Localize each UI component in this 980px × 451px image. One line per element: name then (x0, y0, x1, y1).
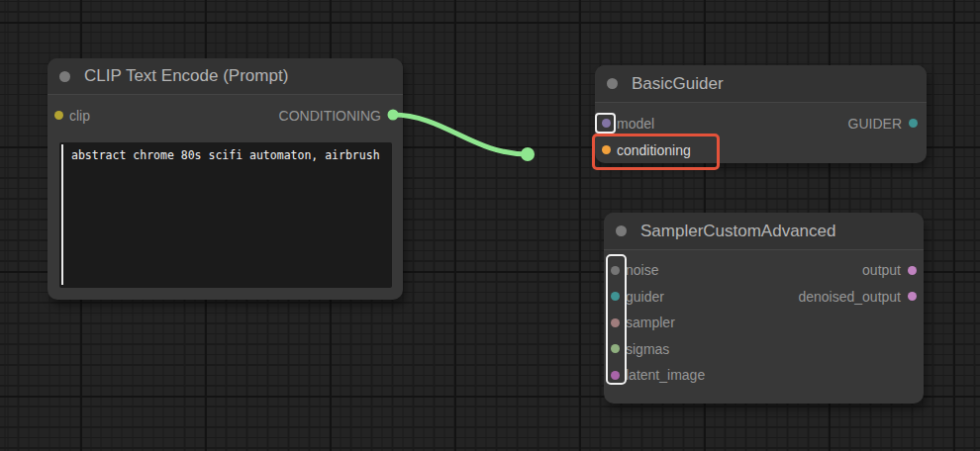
output-slot-denoised-output[interactable] (908, 292, 917, 301)
slot-row: noise output (604, 257, 924, 284)
slot-row: sigmas (604, 336, 924, 363)
input-slot-sampler[interactable] (611, 318, 620, 327)
slot-row: model GUIDER (595, 110, 927, 136)
link-drag-handle[interactable] (521, 147, 535, 161)
input-slot-guider[interactable] (611, 292, 620, 301)
input-slot-sigmas[interactable] (611, 344, 620, 353)
input-slot-label: clip (69, 108, 90, 124)
node-title: SamplerCustomAdvanced (640, 222, 835, 241)
slot-row: clip CONDITIONING (48, 102, 403, 129)
output-slot-label: CONDITIONING (279, 108, 381, 124)
input-slot-conditioning[interactable] (602, 145, 611, 154)
output-slot-label: output (862, 262, 901, 278)
link-conditioning (393, 115, 528, 154)
output-slot-guider[interactable] (909, 119, 918, 128)
slot-row: sampler (604, 310, 924, 336)
node-title: CLIP Text Encode (Prompt) (84, 66, 288, 86)
output-slot-label: denoised_output (798, 289, 901, 305)
node-clip-text-encode[interactable]: CLIP Text Encode (Prompt) clip CONDITION… (48, 58, 403, 300)
node-sampler-title-bar[interactable]: SamplerCustomAdvanced (604, 213, 924, 250)
collapse-dot-icon[interactable] (59, 71, 70, 82)
prompt-textarea[interactable]: abstract chrome 80s scifi automaton, air… (59, 142, 392, 288)
slot-row: latent_image (604, 362, 924, 389)
input-slot-label: guider (626, 289, 664, 305)
slot-row: conditioning (595, 136, 927, 163)
graph-canvas[interactable]: { "canvas": { "background": "#232323", "… (0, 0, 980, 451)
input-slot-clip[interactable] (54, 111, 63, 120)
node-guider-title-bar[interactable]: BasicGuider (595, 65, 927, 103)
output-slot-label: GUIDER (848, 116, 902, 132)
node-clip-title-bar[interactable]: CLIP Text Encode (Prompt) (48, 58, 403, 95)
node-title: BasicGuider (632, 74, 724, 94)
node-basic-guider[interactable]: BasicGuider model GUIDER conditioning (595, 65, 927, 163)
node-sampler-custom-advanced[interactable]: SamplerCustomAdvanced noise output guide… (604, 213, 924, 404)
collapse-dot-icon[interactable] (616, 226, 627, 236)
input-slot-label: conditioning (617, 142, 691, 158)
text-caret (61, 144, 63, 285)
input-slot-label: model (617, 116, 654, 132)
collapse-dot-icon[interactable] (607, 78, 618, 89)
output-slot-output[interactable] (908, 266, 917, 275)
output-slot-conditioning[interactable] (388, 111, 397, 120)
input-slot-noise[interactable] (611, 266, 620, 275)
input-slot-label: latent_image (626, 367, 705, 383)
input-slot-label: sampler (626, 315, 675, 330)
input-slot-label: noise (626, 262, 658, 278)
input-slot-label: sigmas (626, 341, 669, 357)
input-slot-model[interactable] (602, 119, 611, 128)
input-slot-latent-image[interactable] (611, 371, 620, 380)
slot-row: guider denoised_output (604, 284, 924, 311)
